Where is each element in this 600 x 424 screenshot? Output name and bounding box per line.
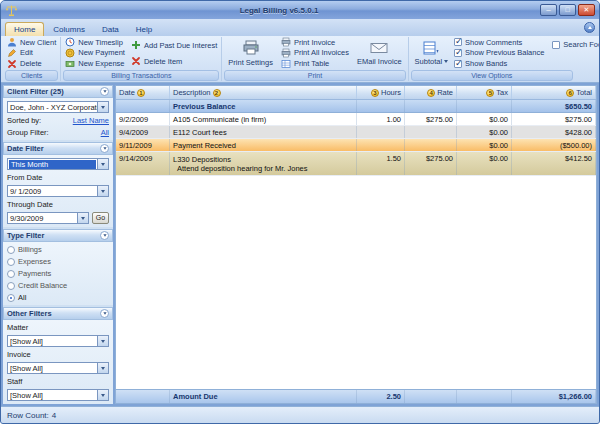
show-comments-checkbox[interactable]: Show Comments: [454, 38, 544, 47]
table-row-payment[interactable]: 9/11/2009 Payment Received $0.00 ($500.0…: [116, 139, 596, 152]
dropdown-button[interactable]: [97, 102, 108, 112]
new-client-icon: [7, 37, 17, 47]
ribbon-group-label-clients[interactable]: Clients: [5, 70, 58, 81]
column-number-badge: 5: [486, 89, 494, 97]
table-row-selected[interactable]: 9/14/2009 L330 Depositions Attend deposi…: [116, 152, 596, 176]
collapse-button[interactable]: [100, 87, 109, 96]
tab-home[interactable]: Home: [5, 22, 44, 36]
calendar-dropdown-button[interactable]: [77, 213, 88, 223]
show-bands-checkbox[interactable]: Show Bands: [454, 59, 544, 68]
chevron-down-icon: [101, 367, 105, 370]
print-settings-button[interactable]: Print Settings: [224, 37, 277, 69]
tab-help[interactable]: Help: [128, 23, 160, 36]
ribbon-group-label-view-options[interactable]: View Options: [411, 70, 573, 81]
column-number-badge: 2: [213, 89, 221, 97]
printer-icon: [281, 37, 291, 47]
previous-balance-band: Previous Balance $650.50: [116, 100, 596, 113]
ribbon-toggle-button[interactable]: [584, 22, 595, 33]
row-count-value: 4: [52, 411, 56, 420]
dropdown-button[interactable]: [97, 390, 108, 400]
collapse-button[interactable]: [100, 144, 109, 153]
print-all-invoices-button[interactable]: Print All Invoices: [279, 48, 351, 58]
dropdown-button[interactable]: [97, 159, 108, 169]
invoice-select[interactable]: [Show All]: [7, 362, 109, 374]
from-date-label: From Date: [7, 173, 109, 182]
column-header-total[interactable]: 6 Total: [512, 86, 596, 99]
through-date-label: Through Date: [7, 200, 109, 209]
collapse-button[interactable]: [100, 309, 109, 318]
delete-button[interactable]: Delete: [5, 59, 58, 69]
radio-payments[interactable]: Payments: [7, 269, 109, 278]
chevron-down-icon: [101, 163, 105, 166]
close-button[interactable]: [578, 4, 595, 16]
titlebar: Legal Billing v6.5.0.1: [1, 1, 599, 19]
dropdown-button[interactable]: [97, 363, 108, 373]
coin-icon: [65, 48, 75, 58]
edit-button[interactable]: Edit: [5, 48, 58, 58]
staff-label: Staff: [7, 377, 109, 386]
radio-expenses[interactable]: Expenses: [7, 257, 109, 266]
checkbox-checked-icon: [454, 49, 462, 57]
checkbox-unchecked-icon: [552, 41, 560, 49]
other-filters-header[interactable]: Other Filters: [3, 307, 113, 320]
collapse-button[interactable]: [100, 231, 109, 240]
dropdown-button[interactable]: [97, 336, 108, 346]
client-filter-panel: Client Filter (25) Doe, John - XYZ Corpo…: [3, 85, 113, 140]
radio-credit-balance[interactable]: Credit Balance: [7, 281, 109, 290]
table-row[interactable]: 9/4/2009 E112 Court fees $0.00 $428.00: [116, 126, 596, 139]
other-filters-panel: Other Filters Matter [Show All] Invoice …: [3, 307, 113, 404]
date-preset-select[interactable]: This Month: [7, 158, 109, 170]
new-client-button[interactable]: New Client: [5, 37, 58, 47]
print-table-button[interactable]: Print Table: [279, 59, 351, 69]
delete-item-button[interactable]: Delete Item: [129, 56, 219, 66]
chevron-down-icon: [101, 340, 105, 343]
tab-columns[interactable]: Columns: [45, 23, 93, 36]
chevron-down-icon: [103, 234, 106, 236]
email-invoice-button[interactable]: EMail Invoice: [353, 37, 406, 69]
client-filter-header[interactable]: Client Filter (25): [3, 85, 113, 98]
tab-data[interactable]: Data: [94, 23, 127, 36]
column-header-hours[interactable]: 3 Hours: [357, 86, 405, 99]
red-x-icon: [131, 56, 141, 66]
from-date-input[interactable]: 9/ 1/2009: [7, 185, 109, 197]
app-window: Legal Billing v6.5.0.1 Home Columns Data…: [0, 0, 600, 424]
sorted-by-link[interactable]: Last Name: [73, 116, 109, 125]
column-header-rate[interactable]: 4 Rate: [405, 86, 457, 99]
date-filter-header[interactable]: Date Filter: [3, 142, 113, 155]
column-number-badge: 1: [137, 89, 145, 97]
matter-select[interactable]: [Show All]: [7, 335, 109, 347]
type-filter-header[interactable]: Type Filter: [3, 229, 113, 242]
column-header-date[interactable]: Date 1: [116, 86, 170, 99]
new-timeslip-button[interactable]: New Timeslip: [63, 37, 127, 47]
staff-select[interactable]: [Show All]: [7, 389, 109, 401]
clock-icon: [65, 37, 75, 47]
radio-icon: [7, 246, 15, 254]
main-area: Client Filter (25) Doe, John - XYZ Corpo…: [1, 83, 599, 406]
radio-all[interactable]: All: [7, 293, 109, 302]
ribbon-group-view-options: Subtotal Show Comments Show Previous Bal…: [408, 37, 600, 81]
through-date-input[interactable]: 9/30/2009: [7, 212, 89, 224]
client-select[interactable]: Doe, John - XYZ Corporation: [7, 101, 109, 113]
radio-billings[interactable]: Billings: [7, 245, 109, 254]
maximize-button[interactable]: [559, 4, 576, 16]
calendar-dropdown-button[interactable]: [97, 186, 108, 196]
print-invoice-button[interactable]: Print Invoice: [279, 37, 351, 47]
search-footer-checkbox[interactable]: Search Footer: [552, 40, 600, 49]
footer-total: $1,266.00: [512, 390, 596, 403]
table-icon: [281, 59, 291, 69]
column-header-tax[interactable]: 5 Tax: [457, 86, 512, 99]
column-header-description[interactable]: Description 2: [170, 86, 357, 99]
new-payment-button[interactable]: New Payment: [63, 48, 127, 58]
add-past-due-interest-button[interactable]: Add Past Due Interest: [129, 40, 219, 50]
table-row[interactable]: 9/2/2009 A105 Communicate (in firm) 1.00…: [116, 113, 596, 126]
group-filter-link[interactable]: All: [101, 128, 109, 137]
radio-selected-icon: [7, 294, 15, 302]
ribbon-group-label-billing[interactable]: Billing Transactions: [63, 70, 219, 81]
column-number-badge: 3: [371, 89, 379, 97]
ribbon-group-label-print[interactable]: Print: [224, 70, 405, 81]
minimize-button[interactable]: [540, 4, 557, 16]
subtotal-button[interactable]: Subtotal: [411, 37, 453, 69]
new-expense-button[interactable]: New Expense: [63, 59, 127, 69]
show-previous-balance-checkbox[interactable]: Show Previous Balance: [454, 48, 544, 57]
go-button[interactable]: Go: [92, 212, 109, 224]
